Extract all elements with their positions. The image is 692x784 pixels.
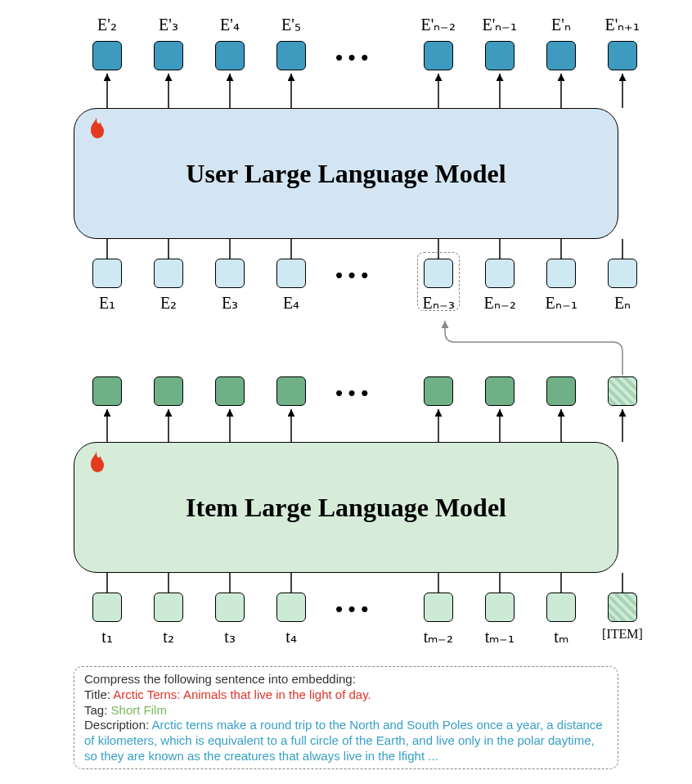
- bottom-token-label: t₂: [144, 627, 193, 647]
- mid-in-label: Eₙ₋₃: [414, 293, 463, 313]
- token-box-item-special: [608, 593, 637, 622]
- output-embedding-box: [215, 41, 245, 70]
- output-embedding-box: [92, 41, 122, 70]
- item-llm-block: Item Large Language Model: [74, 442, 618, 573]
- token-box: [92, 593, 122, 622]
- output-embedding-box: [276, 41, 306, 70]
- output-embedding-box: [485, 41, 515, 70]
- prompt-text-panel: Compress the following sentence into emb…: [74, 666, 618, 769]
- bottom-token-label: tₘ₋₁: [475, 627, 524, 647]
- token-box: [276, 593, 306, 622]
- mid-in-label: Eₙ₋₂: [475, 293, 524, 313]
- user-llm-block: User Large Language Model: [74, 108, 618, 239]
- token-box: [424, 593, 453, 622]
- top-out-label: E'₄: [205, 15, 254, 34]
- item-to-user-embedding-arrow: [445, 321, 622, 375]
- bottom-token-label: tₘ₋₂: [414, 627, 463, 647]
- input-embedding-box: [546, 259, 576, 288]
- prompt-desc-line: Description: Arctic terns make a round t…: [84, 718, 608, 764]
- output-embedding-box: [154, 41, 183, 70]
- top-out-label: E'ₙ: [537, 15, 586, 34]
- bottom-token-label: t₁: [83, 627, 132, 647]
- token-box: [215, 593, 245, 622]
- bottom-token-label: t₄: [267, 627, 316, 647]
- token-box: [154, 593, 183, 622]
- fire-icon: [86, 451, 107, 480]
- item-output-box: [424, 376, 453, 406]
- item-output-box: [92, 376, 122, 406]
- token-box: [485, 593, 515, 622]
- output-embedding-box: [546, 41, 576, 70]
- input-embedding-box: [485, 259, 515, 288]
- prompt-tag-line: Tag: Short Film: [84, 703, 608, 719]
- user-llm-title: User Large Language Model: [186, 159, 506, 189]
- mid-in-label: Eₙ: [598, 293, 647, 313]
- item-output-box: [485, 376, 515, 406]
- top-out-label: E'₅: [267, 15, 316, 34]
- input-embedding-box: [215, 259, 245, 288]
- prompt-title-line: Title: Arctic Terns: Animals that live i…: [84, 687, 608, 703]
- item-llm-title: Item Large Language Model: [186, 493, 506, 523]
- top-out-label: E'ₙ₋₁: [475, 15, 524, 34]
- ellipsis: • • •: [335, 264, 368, 288]
- input-embedding-box: [92, 259, 122, 288]
- ellipsis: • • •: [335, 46, 368, 70]
- mid-in-label: E₁: [83, 293, 132, 313]
- item-output-box-item-token: [608, 376, 637, 406]
- input-embedding-box: [276, 259, 306, 288]
- input-embedding-box: [154, 259, 183, 288]
- diagram-canvas: E'₂ E'₃ E'₄ E'₅ E'ₙ₋₂ E'ₙ₋₁ E'ₙ E'ₙ₊₁ • …: [0, 0, 692, 784]
- prompt-instruction: Compress the following sentence into emb…: [84, 672, 608, 687]
- item-output-box: [154, 376, 183, 406]
- fire-icon: [86, 117, 107, 146]
- top-out-label: E'₃: [144, 15, 193, 34]
- item-output-box: [276, 376, 306, 406]
- top-out-label: E'₂: [83, 15, 132, 34]
- mid-in-label: E₂: [144, 293, 193, 313]
- bottom-token-label: t₃: [205, 627, 254, 647]
- ellipsis: • • •: [335, 597, 368, 622]
- mid-in-label: E₃: [205, 293, 254, 313]
- mid-in-label: Eₙ₋₁: [537, 293, 586, 313]
- input-embedding-box: [608, 259, 637, 288]
- top-out-label: E'ₙ₊₁: [598, 15, 647, 34]
- top-out-label: E'ₙ₋₂: [414, 15, 463, 34]
- output-embedding-box: [608, 41, 637, 70]
- bottom-token-label: [ITEM]: [591, 627, 654, 642]
- mid-in-label: E₄: [267, 293, 316, 313]
- output-embedding-box: [424, 41, 453, 70]
- token-box: [546, 593, 576, 622]
- item-output-box: [215, 376, 245, 406]
- input-embedding-box: [424, 259, 453, 288]
- bottom-token-label: tₘ: [537, 627, 586, 647]
- item-output-box: [546, 376, 576, 406]
- ellipsis: • • •: [335, 381, 368, 406]
